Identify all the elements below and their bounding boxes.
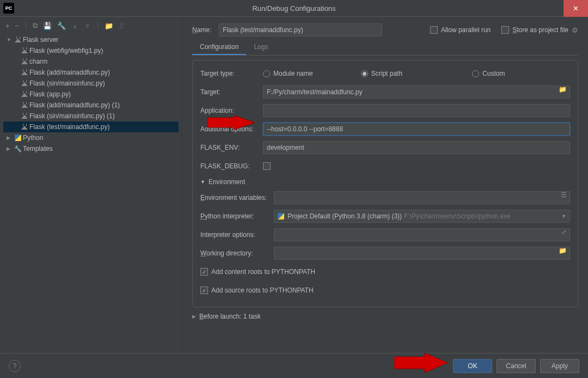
flask-debug-label: FLASK_DEBUG: xyxy=(200,162,263,170)
additional-options-input[interactable] xyxy=(263,123,570,136)
chevron-down-icon: ▼ xyxy=(7,37,13,42)
radio-label: Script path xyxy=(371,70,402,77)
flask-debug-checkbox[interactable] xyxy=(263,162,271,170)
tree-item-label: Flask (app.py) xyxy=(29,90,71,98)
name-input[interactable] xyxy=(219,23,382,36)
close-button[interactable]: ✕ xyxy=(564,0,588,17)
tree-item-label: Flask (add/mainaddfunc.py) (1) xyxy=(29,101,120,109)
store-project-checkbox[interactable]: Store as project file xyxy=(501,26,568,34)
ok-button[interactable]: OK xyxy=(453,359,492,373)
content-roots-label: Add content roots to PYTHONPATH xyxy=(211,268,315,276)
flask-icon xyxy=(13,36,23,43)
add-config-icon[interactable]: + xyxy=(5,22,10,30)
environment-header[interactable]: ▼Environment xyxy=(200,178,570,186)
working-dir-input[interactable] xyxy=(274,247,570,260)
separator xyxy=(26,22,26,29)
radio-icon xyxy=(361,70,368,77)
copy-config-icon[interactable]: ⧉ xyxy=(33,21,38,30)
list-icon[interactable]: ☰ xyxy=(561,191,567,199)
application-input[interactable] xyxy=(263,104,570,117)
tree-item[interactable]: Flask (app.py) xyxy=(3,89,179,100)
radio-label: Module name xyxy=(273,70,313,77)
tree-item[interactable]: charm xyxy=(3,56,179,67)
target-input[interactable] xyxy=(263,86,570,99)
source-roots-label: Add source roots to PYTHONPATH xyxy=(211,286,314,294)
radio-custom[interactable]: Custom xyxy=(472,70,505,77)
chevron-down-icon: ▼ xyxy=(200,179,205,185)
env-vars-label: Environment variables: xyxy=(200,194,274,202)
environment-label: Environment xyxy=(209,178,245,186)
dialog-footer: ? OK Cancel Apply xyxy=(0,353,588,378)
tree-item-label: Flask (sin/mainsinfunc.py) xyxy=(29,80,105,87)
chevron-right-icon: ▶ xyxy=(7,135,13,141)
tree-item[interactable]: Flask (webfig/webfig1.py) xyxy=(3,45,179,56)
python-icon xyxy=(13,135,23,141)
config-content: Name: Allow parallel run Store as projec… xyxy=(182,17,588,353)
working-dir-label: Working directory: xyxy=(200,249,274,257)
application-label: Application: xyxy=(200,107,263,114)
checkbox-icon xyxy=(430,26,438,34)
tab-logs[interactable]: Logs xyxy=(246,40,275,55)
folder-icon[interactable]: 📁 xyxy=(559,86,567,93)
name-label: Name: xyxy=(192,26,211,34)
interpreter-value: Project Default (Python 3.8 (charm) (3)) xyxy=(287,212,402,220)
wrench-icon[interactable]: 🔧 xyxy=(57,22,66,30)
target-type-label: Target type: xyxy=(200,70,263,77)
content-roots-checkbox[interactable] xyxy=(200,268,208,276)
radio-module-name[interactable]: Module name xyxy=(263,70,313,77)
separator xyxy=(97,22,98,29)
flask-icon xyxy=(20,47,29,54)
save-config-icon[interactable]: 💾 xyxy=(43,22,52,30)
tree-item[interactable]: Flask (sin/mainsinfunc.py) (1) xyxy=(3,111,179,121)
tree-item-label: Flask (test/mainaddfunc.py) xyxy=(29,123,109,131)
additional-options-label: Additional options: xyxy=(200,125,263,133)
expand-icon[interactable]: ⤢ xyxy=(561,228,567,236)
tree-item[interactable]: Flask (sin/mainsinfunc.py) xyxy=(3,78,179,89)
window-title: Run/Debug Configurations xyxy=(0,4,588,13)
apply-button[interactable]: Apply xyxy=(540,359,579,373)
gear-icon[interactable]: ⚙ xyxy=(572,26,578,34)
interpreter-path: F:\Py\charm\venv\Scripts\python.exe xyxy=(404,212,510,220)
before-launch-label: Before launch: 1 task xyxy=(199,313,261,320)
cancel-button[interactable]: Cancel xyxy=(497,359,536,373)
env-vars-input[interactable] xyxy=(274,191,570,204)
flask-env-input[interactable] xyxy=(263,141,570,154)
tree-group-templates[interactable]: ▶ 🔧 Templates xyxy=(3,143,179,154)
before-launch-header[interactable]: ▶ Before launch: 1 task xyxy=(192,313,578,320)
flask-icon xyxy=(20,91,29,97)
chevron-down-icon: ▼ xyxy=(561,214,566,219)
target-label: Target: xyxy=(200,88,263,96)
tree-group-label: Python xyxy=(23,134,43,142)
chevron-right-icon: ▶ xyxy=(192,314,196,319)
help-button[interactable]: ? xyxy=(9,360,21,372)
python-icon xyxy=(278,213,284,220)
sidebar-toolbar: + − ⧉ 💾 🔧 ▲ ▼ 📁 ⇵ xyxy=(3,21,179,34)
collapse-icon[interactable]: ⇵ xyxy=(119,22,125,30)
store-project-label: Store as project file xyxy=(512,26,568,34)
flask-icon xyxy=(20,102,29,108)
tree-item-selected[interactable]: Flask (test/mainaddfunc.py) xyxy=(3,121,179,132)
tree-group-label: Flask server xyxy=(23,36,58,44)
interpreter-options-input[interactable] xyxy=(274,228,570,241)
configurations-sidebar: + − ⧉ 💾 🔧 ▲ ▼ 📁 ⇵ ▼ Flask server Flask (… xyxy=(0,17,182,353)
folder-icon[interactable]: 📁 xyxy=(105,22,113,30)
tree-item-label: Flask (add/mainaddfunc.py) xyxy=(29,69,110,76)
up-icon[interactable]: ▲ xyxy=(71,22,78,30)
folder-icon[interactable]: 📁 xyxy=(559,247,567,254)
tab-configuration[interactable]: Configuration xyxy=(192,40,246,55)
remove-config-icon[interactable]: − xyxy=(15,22,20,30)
tree-group-flask[interactable]: ▼ Flask server xyxy=(3,34,179,45)
checkbox-icon xyxy=(501,26,509,34)
allow-parallel-label: Allow parallel run xyxy=(441,26,491,34)
title-bar: PC Run/Debug Configurations ✕ xyxy=(0,0,588,17)
radio-script-path[interactable]: Script path xyxy=(361,70,402,77)
tree-item[interactable]: Flask (add/mainaddfunc.py) xyxy=(3,67,179,78)
tree-group-python[interactable]: ▶ Python xyxy=(3,132,179,143)
flask-icon xyxy=(20,124,29,130)
source-roots-checkbox[interactable] xyxy=(200,286,208,294)
tree-item[interactable]: Flask (add/mainaddfunc.py) (1) xyxy=(3,100,179,111)
down-icon[interactable]: ▼ xyxy=(84,22,91,30)
interpreter-select[interactable]: Project Default (Python 3.8 (charm) (3))… xyxy=(274,210,570,223)
allow-parallel-checkbox[interactable]: Allow parallel run xyxy=(430,26,491,34)
interpreter-label: Python interpreter: xyxy=(200,212,274,220)
